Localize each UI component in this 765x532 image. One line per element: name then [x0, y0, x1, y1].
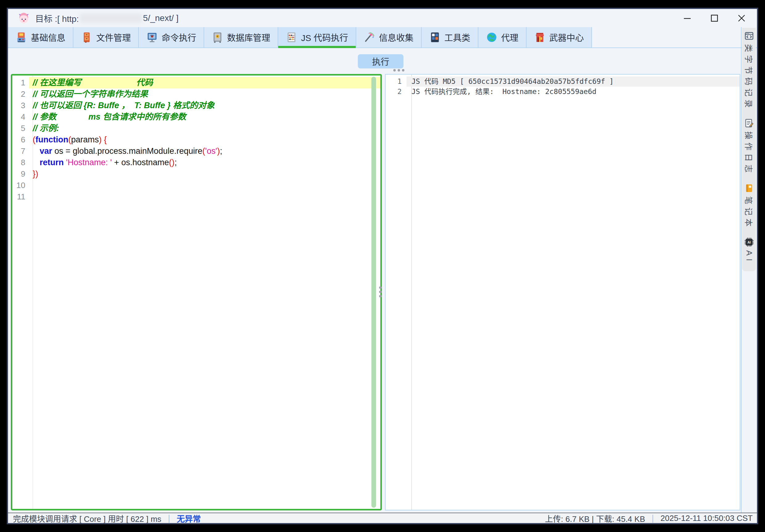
tab-label: 命令执行 [162, 31, 196, 44]
line-number: 7 [12, 145, 29, 157]
code-line[interactable]: 3// 也可以返回 {R: Buffe ， T: Buffe } 格式的对象 [12, 100, 381, 111]
maximize-button[interactable] [708, 11, 721, 25]
status-message: 完成模块调用请求 [ Core ] 用时 [ 622 ] ms [13, 513, 161, 524]
tab-5[interactable]: JS 代码执行 [278, 27, 356, 48]
close-button[interactable] [735, 11, 748, 25]
file-cabinet-icon [81, 31, 93, 43]
output-gutter-divider [411, 75, 412, 510]
line-number: 1 [12, 77, 29, 89]
output-line: 1JS 代码 MD5 [ 650cc15731d90464ab20a57b5fd… [385, 77, 740, 87]
status-time: 2025-12-11 10:50:03 CST [660, 513, 753, 523]
line-number: 1 [385, 77, 406, 87]
side-tab-label: 类字节码记录 [743, 44, 755, 111]
notebook-icon [744, 183, 754, 193]
memo-icon [744, 118, 754, 128]
status-traffic: 上传: 6.7 KB | 下载: 45.4 KB [545, 513, 645, 524]
status-right: 上传: 6.7 KB | 下载: 45.4 KB｜2025-12-11 10:5… [545, 513, 753, 524]
safe-icon [212, 31, 223, 43]
code-line[interactable]: 2// 可以返回一个字符串作为结果 [12, 89, 381, 100]
window-controls [680, 9, 748, 27]
output-lines: 1JS 代码 MD5 [ 650cc15731d90464ab20a57b5fd… [385, 75, 740, 97]
code-line[interactable]: 8 return 'Hostname: ' + os.hostname(); [12, 157, 381, 168]
tab-label: 数据库管理 [227, 31, 270, 44]
app-window: 目标 :[ http:5/_next/ ] 基础信息文件管理命令执行数据库管理J… [7, 8, 758, 524]
tab-2[interactable]: 文件管理 [73, 27, 139, 48]
tab-8[interactable]: 代理 [478, 27, 526, 48]
side-tab-label: 操作日志 [743, 131, 755, 176]
tab-label: 基础信息 [31, 31, 65, 44]
tab-4[interactable]: 数据库管理 [204, 27, 278, 48]
tab-9[interactable]: 武器中心 [526, 27, 592, 48]
code-line[interactable]: 11 [12, 191, 381, 202]
line-number: 2 [385, 87, 406, 97]
tab-strip: 基础信息文件管理命令执行数据库管理JS 代码执行信息收集工具类代理武器中心 [8, 27, 592, 48]
title-bar[interactable]: 目标 :[ http:5/_next/ ] [8, 9, 757, 27]
magic-wand-icon [364, 31, 376, 43]
side-tab-rail: 类字节码记录操作日志笔记本AIAI [742, 28, 756, 271]
line-number: 6 [12, 134, 29, 145]
code-content [29, 191, 381, 202]
line-number: 5 [12, 123, 29, 134]
code-editor-lines: 1// 在这里编写代码2// 可以返回一个字符串作为结果3// 也可以返回 {R… [12, 76, 381, 202]
abacus-icon [286, 31, 297, 43]
code-line[interactable]: 4// 参数ms 包含请求中的所有参数 [12, 111, 381, 123]
tab-label: 武器中心 [549, 31, 584, 44]
execute-button[interactable]: 执行 [358, 54, 403, 69]
line-number: 2 [12, 89, 29, 100]
side-tab-4[interactable]: AIAI [744, 237, 754, 264]
side-tab-1[interactable]: 类字节码记录 [743, 31, 755, 111]
code-content: }) [29, 168, 381, 180]
ai-chip-icon: AI [744, 237, 754, 247]
window-body: 基础信息文件管理命令执行数据库管理JS 代码执行信息收集工具类代理武器中心 执行… [8, 27, 757, 513]
tab-label: JS 代码执行 [301, 31, 348, 44]
tab-1[interactable]: 基础信息 [8, 27, 73, 48]
line-number: 9 [12, 168, 29, 180]
screen: 目标 :[ http:5/_next/ ] 基础信息文件管理命令执行数据库管理J… [0, 0, 765, 532]
tab-7[interactable]: 工具类 [422, 27, 478, 48]
code-line[interactable]: 5// 示例: [12, 123, 381, 134]
side-tab-2[interactable]: 操作日志 [743, 118, 755, 176]
tab-6[interactable]: 信息收集 [356, 27, 422, 48]
output-text: JS 代码 MD5 [ 650cc15731d90464ab20a57b5fdf… [406, 77, 740, 87]
code-line[interactable]: 6(function(params) { [12, 134, 381, 145]
globe-icon [486, 31, 497, 43]
redacted-url-segment [80, 14, 142, 23]
tab-label: 文件管理 [96, 31, 131, 44]
code-editor[interactable]: 1// 在这里编写代码2// 可以返回一个字符串作为结果3// 也可以返回 {R… [11, 74, 382, 510]
calculator-icon [429, 31, 441, 43]
code-content: // 在这里编写代码 [29, 77, 381, 89]
code-content: (function(params) { [29, 134, 381, 145]
line-number: 3 [12, 100, 29, 111]
line-number: 10 [12, 180, 29, 191]
output-line: 2JS 代码执行完成, 结果: Hostname: 2c805559ae6d [385, 87, 740, 97]
code-line[interactable]: 9}) [12, 168, 381, 180]
side-tab-label: 笔记本 [743, 196, 755, 230]
line-number: 4 [12, 111, 29, 123]
anime-girl-avatar-icon [17, 12, 30, 25]
code-line[interactable]: 10 [12, 180, 381, 191]
code-content: // 示例: [29, 123, 381, 134]
output-text: JS 代码执行完成, 结果: Hostname: 2c805559ae6d [406, 87, 740, 97]
code-line[interactable]: 1// 在这里编写代码 [12, 77, 381, 89]
minimize-button[interactable] [680, 11, 694, 25]
splitter-handle-top-icon[interactable] [392, 69, 405, 72]
line-number: 8 [12, 157, 29, 168]
tab-3[interactable]: 命令执行 [139, 27, 204, 48]
code-content: return 'Hostname: ' + os.hostname(); [29, 157, 381, 168]
output-panel[interactable]: 1JS 代码 MD5 [ 650cc15731d90464ab20a57b5fd… [385, 74, 740, 510]
code-line[interactable]: 7 var os = global.process.mainModule.req… [12, 145, 381, 157]
svg-text:AI: AI [747, 241, 750, 244]
weapon-store-icon [534, 31, 546, 43]
sidebar-divider [741, 27, 742, 513]
tab-label: 工具类 [444, 31, 470, 44]
status-exception: 无异常 [177, 513, 201, 524]
pos-terminal-icon [15, 31, 27, 43]
code-window-icon [744, 31, 754, 41]
code-content: // 参数ms 包含请求中的所有参数 [29, 111, 381, 123]
editor-scrollbar-thumb[interactable] [372, 77, 376, 508]
status-bar: 完成模块调用请求 [ Core ] 用时 [ 622 ] ms｜无异常 上传: … [8, 513, 757, 523]
monitor-icon [146, 31, 158, 43]
code-content: // 也可以返回 {R: Buffe ， T: Buffe } 格式的对象 [29, 100, 381, 111]
side-tab-3[interactable]: 笔记本 [743, 183, 755, 230]
splitter-handle-icon[interactable] [379, 285, 382, 298]
